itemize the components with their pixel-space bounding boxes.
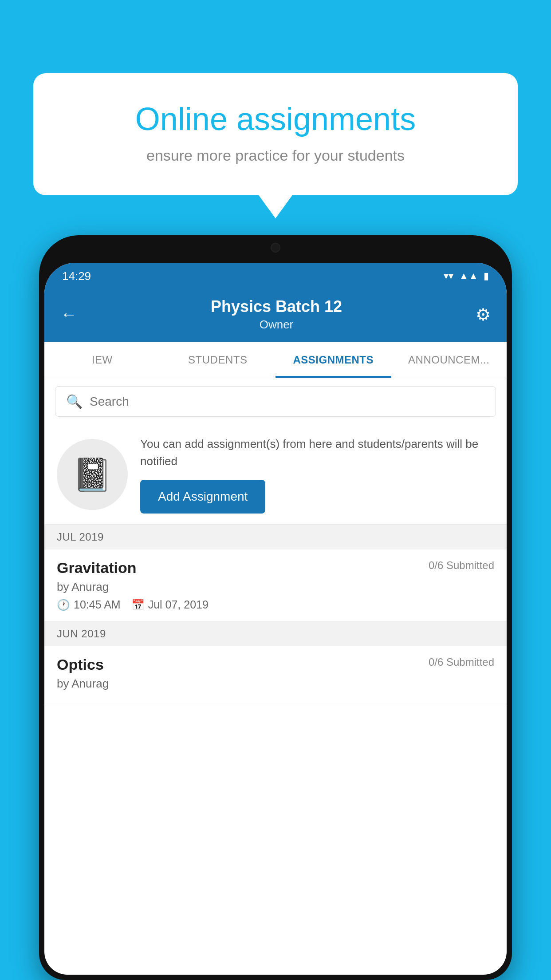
signal-icon: ▲▲: [459, 270, 478, 282]
add-assignment-right: You can add assignment(s) from here and …: [140, 435, 494, 514]
assignment-icon-circle: 📓: [57, 439, 128, 510]
assignment-date: Jul 07, 2019: [148, 598, 209, 611]
bubble-title: Online assignments: [69, 100, 482, 138]
assignment-item-top-optics: Optics 0/6 Submitted: [57, 656, 494, 673]
battery-icon: ▮: [484, 270, 489, 282]
assignment-submitted-gravitation: 0/6 Submitted: [429, 559, 494, 572]
assignment-item-top: Gravitation 0/6 Submitted: [57, 559, 494, 577]
tabs-bar: IEW STUDENTS ASSIGNMENTS ANNOUNCEM...: [44, 342, 507, 378]
add-assignment-button[interactable]: Add Assignment: [140, 480, 265, 514]
header-center: Physics Batch 12 Owner: [77, 297, 476, 332]
search-input[interactable]: [90, 395, 485, 409]
status-time: 14:29: [62, 269, 91, 283]
notebook-icon: 📓: [72, 456, 112, 494]
status-icons: ▾▾ ▲▲ ▮: [444, 270, 489, 282]
header-title: Physics Batch 12: [77, 297, 476, 316]
search-icon: 🔍: [66, 394, 83, 409]
tab-iew[interactable]: IEW: [44, 342, 160, 378]
phone-frame: 14:29 ▾▾ ▲▲ ▮ ← Physics Batch 12 Owner ⚙: [39, 235, 512, 980]
gear-icon[interactable]: ⚙: [476, 305, 491, 324]
assignment-name-gravitation: Gravitation: [57, 559, 136, 577]
speech-bubble: Online assignments ensure more practice …: [33, 73, 518, 195]
section-header-jul: JUL 2019: [44, 525, 507, 549]
app-header: ← Physics Batch 12 Owner ⚙: [44, 289, 507, 342]
assignment-time: 10:45 AM: [74, 598, 121, 611]
assignment-date-item: 📅 Jul 07, 2019: [131, 598, 209, 611]
tab-assignments[interactable]: ASSIGNMENTS: [276, 342, 391, 378]
phone-notch: [240, 237, 311, 258]
section-header-jun: JUN 2019: [44, 621, 507, 646]
search-container: 🔍: [44, 378, 507, 425]
add-assignment-description: You can add assignment(s) from here and …: [140, 435, 494, 470]
add-assignment-section: 📓 You can add assignment(s) from here an…: [44, 425, 507, 525]
status-bar: 14:29 ▾▾ ▲▲ ▮: [44, 263, 507, 289]
calendar-icon: 📅: [131, 599, 145, 611]
assignment-time-item: 🕐 10:45 AM: [57, 598, 121, 611]
assignment-item-gravitation[interactable]: Gravitation 0/6 Submitted by Anurag 🕐 10…: [44, 549, 507, 621]
back-button[interactable]: ←: [60, 305, 77, 324]
tab-students[interactable]: STUDENTS: [160, 342, 276, 378]
assignment-item-optics[interactable]: Optics 0/6 Submitted by Anurag: [44, 646, 507, 705]
clock-icon: 🕐: [57, 599, 70, 611]
assignment-meta-gravitation: 🕐 10:45 AM 📅 Jul 07, 2019: [57, 598, 494, 611]
assignment-author-gravitation: by Anurag: [57, 580, 494, 594]
speech-bubble-container: Online assignments ensure more practice …: [33, 73, 518, 195]
phone-inner: 14:29 ▾▾ ▲▲ ▮ ← Physics Batch 12 Owner ⚙: [41, 237, 510, 978]
assignment-name-optics: Optics: [57, 656, 104, 673]
header-subtitle: Owner: [77, 318, 476, 332]
assignment-submitted-optics: 0/6 Submitted: [429, 656, 494, 668]
tab-announcements[interactable]: ANNOUNCEM...: [391, 342, 507, 378]
search-input-wrapper[interactable]: 🔍: [55, 386, 496, 417]
phone-screen: 14:29 ▾▾ ▲▲ ▮ ← Physics Batch 12 Owner ⚙: [44, 263, 507, 975]
camera-icon: [271, 243, 280, 253]
bubble-subtitle: ensure more practice for your students: [69, 147, 482, 164]
assignment-author-optics: by Anurag: [57, 677, 494, 691]
wifi-icon: ▾▾: [444, 270, 453, 282]
